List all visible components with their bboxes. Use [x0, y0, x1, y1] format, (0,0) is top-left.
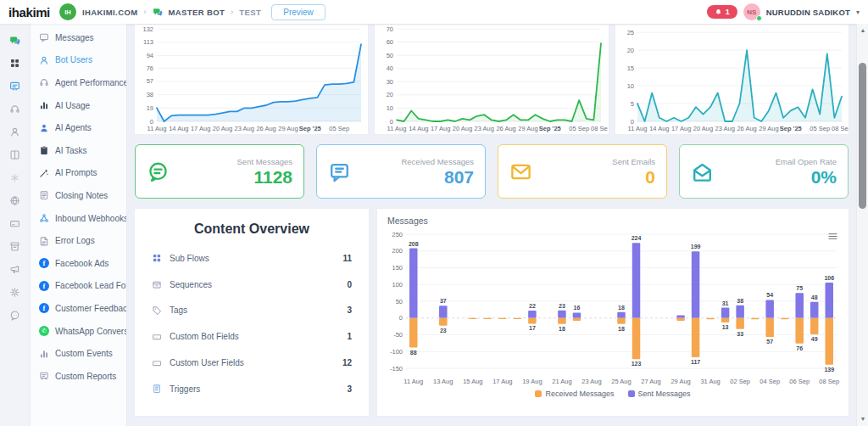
bars-icon	[39, 349, 49, 359]
scroll-down-arrow-icon[interactable]: ▼	[857, 414, 868, 424]
sidebar-item-ai-agents[interactable]: AI Agents	[31, 116, 126, 139]
vertical-scrollbar[interactable]: ▲ ▼	[856, 24, 868, 426]
overview-item-label: Triggers	[170, 384, 200, 394]
bars-icon	[39, 100, 49, 110]
svg-text:33: 33	[737, 331, 743, 337]
rail-chat-dots-icon[interactable]	[0, 304, 30, 327]
sidebar-item-custom-events[interactable]: Custom Events	[31, 342, 126, 365]
overview-item-sub-flows: Sub Flows11	[135, 245, 369, 272]
workspace-avatar[interactable]: IH	[59, 3, 76, 20]
svg-text:224: 224	[632, 235, 642, 241]
content-overview-title: Content Overview	[135, 221, 369, 237]
svg-text:94: 94	[147, 52, 153, 59]
svg-text:50: 50	[396, 298, 403, 305]
sidebar-item-closing-notes[interactable]: Closing Notes	[31, 184, 126, 207]
sidebar-item-label: Error Logs	[55, 236, 95, 245]
svg-text:04 Sep: 04 Sep	[760, 378, 780, 385]
svg-text:27 Aug: 27 Aug	[641, 378, 660, 385]
breadcrumb-bot[interactable]: MASTER BOT	[169, 8, 225, 17]
stat-value: 1128	[253, 167, 292, 187]
overview-item-value: 3	[347, 305, 352, 315]
notification-count: 1	[726, 8, 730, 16]
sidebar-item-ai-prompts[interactable]: AI Prompts	[31, 162, 126, 185]
notification-badge[interactable]: 1	[707, 5, 737, 19]
rail-headset-icon[interactable]	[0, 98, 30, 121]
rail-person-icon[interactable]	[0, 121, 30, 143]
app-logo: ihakimi	[8, 5, 50, 20]
sidebar-item-inbound-webhooks[interactable]: Inbound Webhooks	[31, 207, 126, 230]
legend-swatch	[628, 390, 635, 397]
rail-archive-icon[interactable]	[0, 235, 30, 258]
sidebar-item-agent-performance[interactable]: Agent Performance	[31, 71, 126, 94]
svg-text:0: 0	[399, 314, 403, 322]
user-name[interactable]: NURUDDIN SADIKOT	[766, 8, 850, 17]
svg-text:250: 250	[392, 231, 403, 238]
bot-users-chart-card: 0193857769411313211 Aug14 Aug17 Aug20 Au…	[134, 24, 369, 135]
svg-text:08 Sep: 08 Sep	[832, 125, 849, 132]
svg-text:23: 23	[559, 303, 565, 309]
sidebar-item-error-logs[interactable]: Error Logs	[31, 229, 126, 252]
sidebar-item-label: Messages	[55, 33, 94, 42]
rail-sparkle-icon[interactable]	[0, 166, 30, 189]
messages-panel-title: Messages	[377, 209, 849, 226]
overview-item-custom-user-fields: Custom User Fields12	[135, 350, 369, 376]
svg-text:76: 76	[796, 345, 803, 351]
sidebar-item-facebook-lead-forms[interactable]: fFacebook Lead Forms	[31, 275, 126, 298]
svg-text:29 Aug: 29 Aug	[759, 125, 778, 132]
sidebar-item-ai-usage[interactable]: AI Usage	[31, 94, 126, 117]
svg-text:48: 48	[811, 294, 818, 300]
svg-text:17 Aug: 17 Aug	[191, 125, 210, 132]
sidebar-item-facebook-ads[interactable]: fFacebook Ads	[31, 252, 126, 275]
tag-icon	[152, 305, 162, 316]
overview-item-value: 11	[342, 254, 352, 263]
sidebar-item-messages[interactable]: Messages	[31, 26, 126, 49]
chevron-down-icon[interactable]: ▾	[856, 8, 860, 16]
svg-text:100: 100	[392, 281, 403, 289]
svg-text:18: 18	[618, 326, 625, 332]
rail-columns-icon[interactable]	[0, 143, 30, 166]
sidebar-item-label: AI Prompts	[55, 168, 97, 177]
sidebar-item-label: Facebook Lead Forms	[55, 281, 126, 290]
legend-item-sent-messages[interactable]: Sent Messages	[628, 390, 691, 398]
svg-text:17: 17	[529, 325, 536, 331]
rail-grid-icon[interactable]	[0, 52, 30, 75]
main-content: 0193857769411313211 Aug14 Aug17 Aug20 Au…	[127, 24, 856, 426]
breadcrumb-site[interactable]: IHAKIMI.COM	[82, 8, 138, 17]
bottom-row: Content Overview Sub Flows11Sequences0Ta…	[134, 208, 849, 417]
rail-board-icon[interactable]	[0, 75, 30, 98]
stat-card-sent-messages: Sent Messages1128	[135, 144, 304, 199]
svg-text:38: 38	[737, 298, 743, 304]
sidebar-item-label: Bot Users	[55, 55, 92, 64]
user-avatar[interactable]: NS	[743, 3, 760, 20]
scrollbar-thumb[interactable]	[859, 63, 866, 209]
sidebar-item-whatsapp-conversations[interactable]: ✆WhatsApp Conversations	[31, 320, 126, 343]
rail-globe-icon[interactable]	[0, 189, 30, 212]
rail-megaphone-icon[interactable]	[0, 258, 30, 281]
svg-text:08 Sep: 08 Sep	[591, 125, 608, 132]
messages-panel: Messages 250200150100500-50-100-15020888…	[376, 208, 849, 417]
preview-button[interactable]: Preview	[271, 4, 326, 20]
svg-text:06 Sep: 06 Sep	[789, 378, 810, 385]
rail-card-icon[interactable]	[0, 212, 30, 235]
legend-item-received-messages[interactable]: Received Messages	[535, 390, 614, 398]
sidebar-item-label: Inbound Webhooks	[55, 214, 126, 223]
svg-text:10: 10	[387, 104, 393, 112]
facebook-icon: f	[39, 303, 49, 313]
rail-brand-chat-icon[interactable]	[0, 29, 30, 52]
svg-text:14 Aug: 14 Aug	[649, 125, 669, 132]
svg-text:38: 38	[147, 91, 153, 98]
svg-text:05 Sep: 05 Sep	[810, 125, 830, 132]
person-badge-icon	[39, 123, 49, 133]
svg-text:18: 18	[618, 305, 625, 311]
sidebar-item-customer-feedback[interactable]: fCustomer Feedback	[31, 297, 126, 320]
svg-text:29 Aug: 29 Aug	[670, 378, 690, 385]
rail-gear-icon[interactable]	[0, 281, 30, 304]
sidebar-item-ai-tasks[interactable]: AI Tasks	[31, 139, 126, 162]
breadcrumb-page[interactable]: TEST	[239, 8, 261, 17]
sidebar-item-bot-users[interactable]: Bot Users	[31, 49, 126, 72]
sidebar-item-custom-reports[interactable]: Custom Reports	[31, 365, 126, 388]
scroll-up-arrow-icon[interactable]: ▲	[857, 25, 868, 36]
chart-menu-icon[interactable]	[827, 231, 838, 242]
overview-item-label: Tags	[170, 305, 187, 315]
stat-label: Sent Emails	[612, 157, 655, 166]
